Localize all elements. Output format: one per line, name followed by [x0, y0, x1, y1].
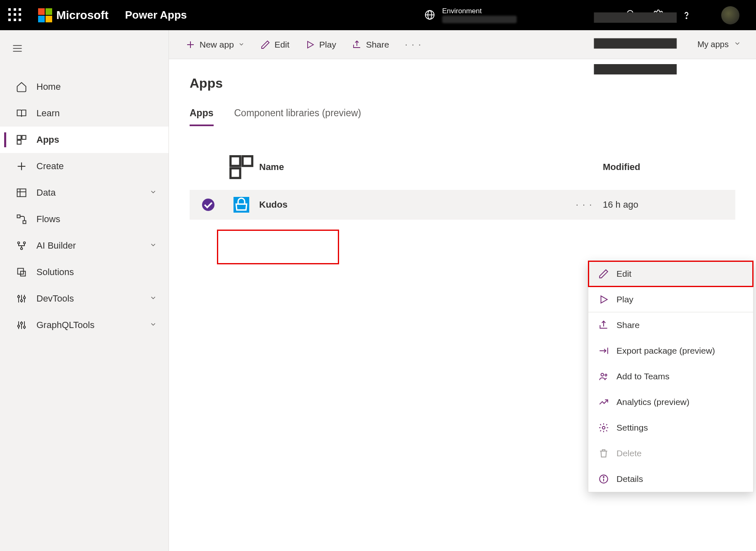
svg-point-20	[21, 248, 23, 250]
col-modified-header[interactable]: Modified	[603, 162, 735, 172]
ctx-label: Settings	[616, 423, 648, 433]
ctx-label: Analytics (preview)	[616, 397, 689, 407]
chevron-down-icon	[149, 240, 157, 251]
type-icon-header[interactable]	[227, 153, 256, 182]
svg-rect-16	[17, 215, 20, 218]
ctx-analytics[interactable]: Analytics (preview)	[588, 389, 753, 415]
app-launcher-icon[interactable]	[8, 8, 22, 22]
ctx-details[interactable]: Details	[588, 466, 753, 492]
button-label: Edit	[274, 40, 289, 50]
share-button[interactable]: Share	[350, 37, 391, 52]
nav-label: Home	[36, 81, 61, 92]
nav-label: Apps	[36, 134, 59, 145]
edit-icon	[260, 40, 270, 50]
view-filter-label: My apps	[697, 40, 729, 49]
svg-rect-10	[17, 140, 21, 144]
tab-apps[interactable]: Apps	[190, 108, 214, 126]
new-app-button[interactable]: New app	[184, 37, 246, 52]
svg-marker-44	[601, 296, 607, 303]
analytics-icon	[598, 397, 609, 407]
svg-point-47	[601, 373, 604, 376]
ctx-label: Export package (preview)	[616, 346, 715, 356]
row-context-menu: Edit Play Share Export package (preview)…	[588, 261, 754, 492]
chevron-down-icon	[149, 293, 157, 304]
product-name: Power Apps	[125, 9, 187, 22]
data-icon	[16, 187, 27, 199]
svg-marker-37	[308, 41, 313, 48]
svg-rect-43	[231, 168, 240, 178]
ctx-label: Play	[616, 295, 633, 304]
app-name: Kudos	[256, 199, 566, 210]
nav-flows[interactable]: Flows	[0, 206, 169, 232]
nav-label: GraphQLTools	[36, 320, 94, 331]
ctx-settings[interactable]: Settings	[588, 415, 753, 441]
teams-icon	[598, 371, 609, 382]
chevron-down-icon	[149, 187, 157, 198]
svg-rect-9	[22, 136, 26, 139]
app-icon	[234, 197, 249, 213]
nav-collapse-button[interactable]	[0, 38, 169, 61]
nav-home[interactable]: Home	[0, 74, 169, 100]
devtools-icon	[16, 293, 27, 304]
ctx-label: Delete	[616, 448, 642, 458]
svg-point-27	[21, 299, 23, 302]
svg-point-49	[602, 426, 605, 429]
chevron-down-icon	[149, 320, 157, 331]
nav-devtools[interactable]: DevTools	[0, 285, 169, 312]
chevron-down-icon	[734, 40, 741, 49]
left-nav: Home Learn Apps Create Data Flows	[0, 30, 169, 551]
svg-point-32	[18, 325, 20, 327]
svg-rect-13	[17, 189, 26, 197]
brand-label: Microsoft	[56, 9, 108, 22]
ctx-edit[interactable]: Edit	[588, 261, 753, 287]
row-selected-icon[interactable]	[202, 199, 214, 211]
nav-data[interactable]: Data	[0, 180, 169, 206]
nav-apps[interactable]: Apps	[0, 127, 169, 153]
command-bar: New app Edit Play Share · · · My apps	[169, 30, 756, 59]
svg-rect-41	[231, 156, 240, 166]
svg-point-52	[603, 477, 604, 477]
ctx-delete: Delete	[588, 441, 753, 466]
microsoft-squares-icon	[38, 8, 52, 22]
edit-icon	[598, 268, 609, 279]
row-more-button[interactable]: · · ·	[576, 199, 593, 210]
ctx-label: Details	[616, 474, 643, 484]
microsoft-logo[interactable]: Microsoft	[38, 8, 108, 22]
ctx-label: Share	[616, 320, 640, 330]
play-button[interactable]: Play	[303, 37, 338, 52]
globe-icon	[424, 9, 436, 21]
nav-learn[interactable]: Learn	[0, 100, 169, 127]
flows-icon	[16, 213, 27, 225]
plus-icon	[185, 40, 195, 50]
nav-label: Learn	[36, 108, 60, 119]
nav-graphqltools[interactable]: GraphQLTools	[0, 312, 169, 338]
gear-icon	[598, 422, 609, 433]
button-label: Play	[319, 40, 336, 50]
tab-component-libraries[interactable]: Component libraries (preview)	[234, 108, 361, 126]
nav-create[interactable]: Create	[0, 153, 169, 180]
nav-label: Flows	[36, 214, 60, 225]
play-icon	[305, 40, 315, 50]
apps-table: Name Modified Kudos · · · 16 h ago	[190, 147, 735, 220]
svg-rect-8	[17, 136, 21, 139]
ctx-add-to-teams[interactable]: Add to Teams	[588, 364, 753, 389]
page-title: Apps	[190, 76, 735, 91]
environment-picker[interactable]: Environment	[424, 7, 517, 23]
overflow-button[interactable]: · · ·	[403, 37, 424, 53]
environment-label: Environment	[442, 7, 517, 15]
edit-button[interactable]: Edit	[259, 37, 291, 52]
svg-point-33	[21, 322, 23, 324]
share-icon	[598, 320, 609, 331]
ctx-play[interactable]: Play	[588, 287, 753, 312]
ctx-export[interactable]: Export package (preview)	[588, 338, 753, 364]
nav-solutions[interactable]: Solutions	[0, 259, 169, 285]
svg-point-18	[18, 242, 20, 244]
book-icon	[16, 108, 27, 119]
svg-point-28	[24, 297, 26, 299]
ctx-label: Add to Teams	[616, 371, 669, 381]
col-name-header[interactable]: Name	[256, 162, 566, 172]
table-row[interactable]: Kudos · · · 16 h ago	[190, 190, 735, 220]
graphql-icon	[16, 319, 27, 331]
nav-ai-builder[interactable]: AI Builder	[0, 232, 169, 259]
ctx-share[interactable]: Share	[588, 312, 753, 338]
